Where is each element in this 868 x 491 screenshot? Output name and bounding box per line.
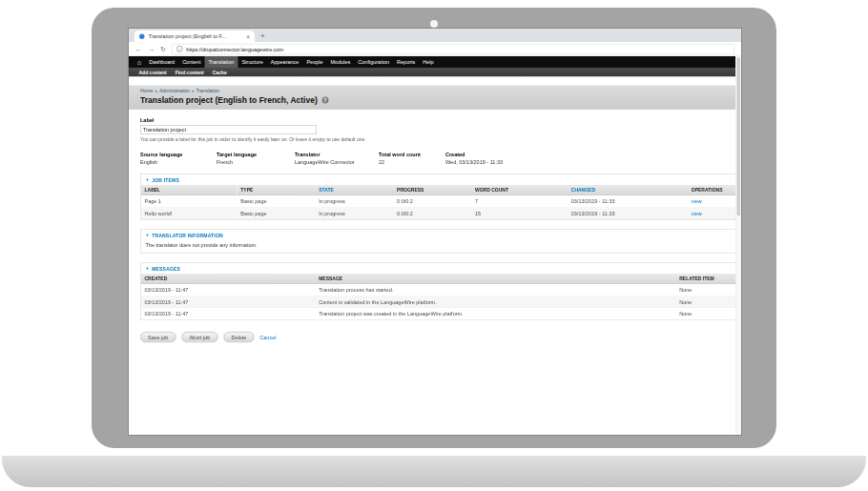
browser-address-bar: ← → ↻ i https://drupalconnector.language…: [129, 42, 741, 56]
meta-label: Source language: [140, 152, 212, 157]
meta-label: Created: [445, 152, 503, 157]
sort-state-link[interactable]: STATE: [319, 188, 334, 194]
cell-created: 03/13/2019 - 11:47: [141, 284, 316, 297]
back-icon[interactable]: ←: [135, 45, 142, 52]
browser-tab[interactable]: Translation project (English to F... ×: [134, 31, 255, 42]
translator-info-fieldset: ▼ TRANSLATOR INFORMATION The translator …: [140, 230, 741, 254]
shortcuts-bar: Add content Find content Cache: [129, 68, 741, 77]
meta-value: LanguageWire Connector: [295, 159, 374, 165]
col-created: CREATED: [141, 274, 316, 284]
toolbar-item-appearance[interactable]: Appearance: [267, 56, 303, 68]
toolbar-item-structure[interactable]: Structure: [238, 56, 266, 68]
cell-type: Basic page: [237, 207, 315, 219]
label-form-item: Label You can provide a label for this j…: [140, 117, 741, 142]
meta-source-language: Source language English: [140, 152, 217, 165]
breadcrumb-translation[interactable]: Translation: [196, 89, 220, 94]
col-label: LABEL: [141, 185, 238, 195]
meta-label: Translator: [295, 152, 374, 157]
meta-value: Wed, 03/13/2019 - 11:33: [445, 159, 503, 165]
col-related-item: RELATED ITEM: [675, 274, 741, 284]
cell-message: Translation project was created in the L…: [315, 308, 675, 320]
cell-related-item: None: [675, 284, 741, 297]
breadcrumb-separator-icon: »: [192, 89, 195, 94]
table-header-row: LABEL TYPE STATE PROGRESS WORD COUNT CHA…: [141, 185, 742, 195]
save-job-button[interactable]: Save job: [140, 332, 176, 342]
collapse-icon: ▼: [146, 267, 150, 272]
translator-info-text: The translator does not provide any info…: [141, 240, 742, 253]
col-state: STATE: [315, 185, 393, 195]
meta-value: 22: [379, 159, 441, 165]
toolbar-item-help[interactable]: Help: [419, 56, 437, 68]
url-text: https://drupalconnector.languagewire.com: [186, 46, 283, 51]
col-changed: CHANGED: [568, 185, 688, 195]
webcam-dot: [430, 20, 438, 28]
col-operations: OPERATIONS: [688, 185, 741, 195]
abort-job-button[interactable]: Abort job: [181, 332, 217, 342]
site-info-icon[interactable]: i: [176, 46, 183, 52]
view-link[interactable]: view: [692, 211, 702, 216]
tab-favicon-icon: [139, 33, 145, 39]
label-field-description: You can provide a label for this job in …: [140, 137, 741, 143]
toolbar-item-people[interactable]: People: [302, 56, 326, 68]
toolbar-item-translation[interactable]: Translation: [204, 56, 238, 68]
label-input[interactable]: [140, 125, 317, 134]
cell-operations: view: [688, 207, 741, 219]
browser-tab-strip: Translation project (English to F... × +: [129, 29, 741, 42]
cell-operations: view: [688, 195, 741, 208]
cancel-link[interactable]: Cancel: [259, 335, 276, 340]
refresh-icon[interactable]: ↻: [160, 45, 166, 52]
page-title: Translation project (English to French, …: [140, 95, 318, 105]
col-progress: PROGRESS: [393, 185, 471, 195]
toolbar-item-configuration[interactable]: Configuration: [354, 56, 393, 68]
form-actions: Save job Abort job Delete Cancel: [140, 332, 741, 357]
messages-table: CREATED MESSAGE RELATED ITEM 03/13/2019 …: [141, 274, 742, 320]
label-field-label: Label: [140, 117, 741, 123]
breadcrumb-home[interactable]: Home: [140, 89, 153, 94]
translator-info-legend[interactable]: ▼ TRANSLATOR INFORMATION: [141, 230, 742, 240]
new-tab-button[interactable]: +: [260, 32, 265, 40]
view-link[interactable]: view: [692, 198, 702, 204]
forward-icon[interactable]: →: [148, 45, 155, 52]
home-icon[interactable]: ⌂: [134, 56, 145, 68]
table-row: 03/13/2019 - 11:47 Translation project w…: [141, 308, 742, 320]
help-icon[interactable]: ?: [321, 97, 328, 104]
tab-close-icon[interactable]: ×: [246, 33, 250, 40]
cell-message: Translation process has started.: [315, 284, 675, 297]
breadcrumb-separator-icon: »: [155, 89, 157, 94]
shortcut-cache[interactable]: Cache: [208, 70, 231, 75]
cell-message: Content is validated in the LanguageWire…: [315, 296, 675, 308]
job-items-legend[interactable]: ▼ JOB ITEMS: [141, 174, 742, 185]
table-header-row: CREATED MESSAGE RELATED ITEM: [141, 274, 742, 284]
breadcrumb-administration[interactable]: Administration: [159, 89, 190, 94]
screen: Translation project (English to F... × +…: [129, 29, 741, 435]
meta-value: English: [140, 159, 212, 165]
breadcrumb: Home»Administration»Translation: [140, 89, 730, 94]
shortcut-add-content[interactable]: Add content: [134, 70, 171, 75]
laptop-base: [2, 456, 866, 487]
scrollbar[interactable]: [735, 56, 741, 435]
shortcut-find-content[interactable]: Find content: [171, 70, 208, 75]
toolbar-item-reports[interactable]: Reports: [393, 56, 419, 68]
toolbar-item-content[interactable]: Content: [178, 56, 204, 68]
delete-button[interactable]: Delete: [223, 332, 254, 342]
cell-related-item: None: [675, 296, 741, 308]
cell-word-count: 15: [471, 207, 568, 219]
scrollbar-thumb[interactable]: [737, 57, 741, 216]
url-input[interactable]: i https://drupalconnector.languagewire.c…: [172, 44, 734, 54]
cell-changed: 03/13/2019 - 11:33: [568, 207, 688, 219]
page-header: Home»Administration»Translation Translat…: [129, 86, 741, 111]
job-items-table: LABEL TYPE STATE PROGRESS WORD COUNT CHA…: [141, 185, 742, 219]
cell-created: 03/13/2019 - 11:47: [141, 308, 316, 320]
cell-label: Page 1: [141, 195, 238, 208]
messages-legend[interactable]: ▼ MESSAGES: [141, 263, 742, 274]
job-items-fieldset: ▼ JOB ITEMS LABEL TYPE STATE: [140, 174, 741, 220]
cell-state: In progress: [315, 195, 393, 208]
admin-toolbar: ⌂ Dashboard Content Translation Structur…: [129, 56, 741, 68]
cell-created: 03/13/2019 - 11:47: [141, 296, 316, 308]
job-meta-row: Source language English Target language …: [140, 152, 741, 165]
cell-progress: 0:0/0:2: [393, 207, 471, 219]
cell-changed: 03/13/2019 - 11:33: [568, 195, 688, 208]
sort-changed-link[interactable]: CHANGED: [571, 188, 595, 194]
toolbar-item-modules[interactable]: Modules: [327, 56, 355, 68]
toolbar-item-dashboard[interactable]: Dashboard: [145, 56, 178, 68]
